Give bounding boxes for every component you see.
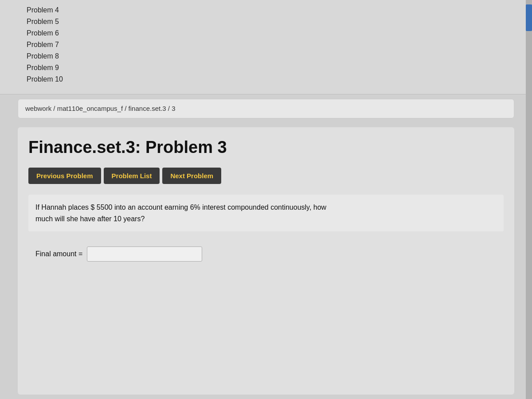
problem-text: If Hannah places $ 5500 into an account … bbox=[28, 195, 504, 231]
problem-item-5[interactable]: Problem 5 bbox=[27, 16, 505, 27]
answer-label: Final amount = bbox=[35, 250, 82, 258]
breadcrumb-text: webwork / mat110e_oncampus_f / finance.s… bbox=[25, 105, 176, 112]
nav-buttons: Previous Problem Problem List Next Probl… bbox=[28, 168, 504, 184]
problem-item-4[interactable]: Problem 4 bbox=[27, 4, 505, 16]
problem-text-line2: much will she have after 10 years? bbox=[35, 215, 145, 223]
main-container: Problem 4 Problem 5 Problem 6 Problem 7 … bbox=[0, 0, 532, 399]
page-title: Finance.set.3: Problem 3 bbox=[28, 138, 504, 157]
answer-row: Final amount = bbox=[28, 242, 504, 266]
problem-list-section: Problem 4 Problem 5 Problem 6 Problem 7 … bbox=[0, 0, 532, 94]
breadcrumb: webwork / mat110e_oncampus_f / finance.s… bbox=[18, 99, 514, 118]
answer-input[interactable] bbox=[87, 246, 202, 262]
problem-item-8[interactable]: Problem 8 bbox=[27, 51, 505, 62]
problem-list-button[interactable]: Problem List bbox=[104, 168, 160, 184]
problem-item-6[interactable]: Problem 6 bbox=[27, 27, 505, 39]
content-area: Finance.set.3: Problem 3 Previous Proble… bbox=[18, 127, 514, 395]
scrollbar-thumb[interactable] bbox=[526, 4, 532, 31]
previous-problem-button[interactable]: Previous Problem bbox=[28, 168, 101, 184]
problem-item-10[interactable]: Problem 10 bbox=[27, 74, 505, 85]
scrollbar[interactable] bbox=[526, 0, 532, 399]
problem-item-7[interactable]: Problem 7 bbox=[27, 39, 505, 51]
problem-text-line1: If Hannah places $ 5500 into an account … bbox=[35, 203, 326, 211]
problem-item-9[interactable]: Problem 9 bbox=[27, 62, 505, 74]
next-problem-button[interactable]: Next Problem bbox=[162, 168, 221, 184]
